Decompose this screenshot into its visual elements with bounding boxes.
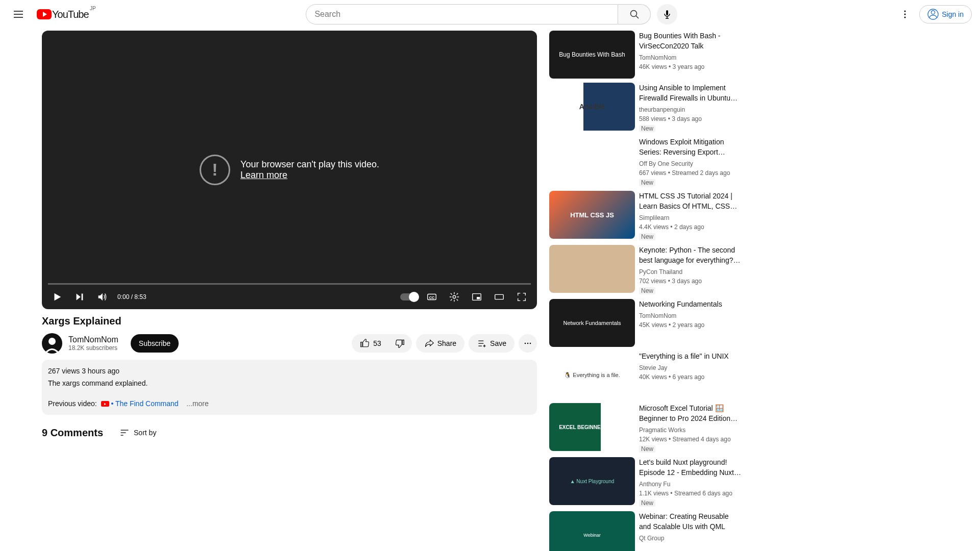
recommendation-info: HTML CSS JS Tutorial 2024 | Learn Basics… xyxy=(639,191,754,241)
hamburger-icon xyxy=(12,8,24,20)
search-box xyxy=(306,4,651,24)
miniplayer-icon xyxy=(471,291,482,303)
recommendation-item[interactable]: Webinar Webinar: Creating Reusable and S… xyxy=(549,511,754,551)
recommendation-item[interactable]: Network Fundamentals Networking Fundamen… xyxy=(549,299,754,347)
recommendation-title: Webinar: Creating Reusable and Scalable … xyxy=(639,511,742,532)
settings-button[interactable] xyxy=(895,4,915,24)
recommendation-channel: Simplilearn xyxy=(639,213,742,222)
recommendation-channel: TomNomNom xyxy=(639,53,742,62)
header-right: Sign in xyxy=(895,4,972,24)
recommendation-channel: Stevie Jay xyxy=(639,363,742,372)
new-badge: New xyxy=(639,125,655,132)
header: YouTube JP Sign in xyxy=(0,0,980,29)
recommendation-title: Using Ansible to Implement Firewalld Fir… xyxy=(639,83,742,103)
theater-icon xyxy=(494,291,505,303)
like-button[interactable]: 53 xyxy=(352,334,387,353)
recommendation-info: Webinar: Creating Reusable and Scalable … xyxy=(639,511,754,551)
fullscreen-button[interactable] xyxy=(512,288,531,306)
recommendation-thumbnail: Webinar xyxy=(549,511,635,551)
recommendation-info: Windows Exploit Mitigation Series: Rever… xyxy=(639,137,754,187)
error-text: Your browser can't play this video. Lear… xyxy=(240,159,379,181)
save-button[interactable]: Save xyxy=(469,334,514,353)
search-button[interactable] xyxy=(618,4,651,24)
recommendation-channel: Anthony Fu xyxy=(639,480,742,489)
search-input[interactable] xyxy=(306,4,618,24)
recommendation-thumbnail xyxy=(549,245,635,293)
settings-button-player[interactable] xyxy=(445,288,463,306)
recommendation-title: Microsoft Excel Tutorial 🪟 Beginner to P… xyxy=(639,403,742,423)
recommendation-title: Bug Bounties With Bash - VirSecCon2020 T… xyxy=(639,31,742,51)
recommendation-item[interactable]: Windows Exploit Mitigation Series: Rever… xyxy=(549,137,754,187)
header-center xyxy=(306,4,677,24)
sort-button[interactable]: Sort by xyxy=(119,428,156,438)
comments-count: 9 Comments xyxy=(42,427,103,439)
sort-label: Sort by xyxy=(134,429,156,437)
primary-column: ! Your browser can't play this video. Le… xyxy=(42,29,537,551)
video-player[interactable]: ! Your browser can't play this video. Le… xyxy=(42,31,537,309)
next-button[interactable] xyxy=(70,288,89,306)
svg-rect-12 xyxy=(477,297,480,299)
signin-button[interactable]: Sign in xyxy=(919,5,972,23)
error-message: Your browser can't play this video. xyxy=(240,159,379,170)
dislike-button[interactable] xyxy=(387,334,412,353)
sort-icon xyxy=(119,428,130,438)
cc-button[interactable]: CC xyxy=(423,288,441,306)
prev-video-link[interactable]: • The Find Command xyxy=(109,399,179,408)
subscribe-button[interactable]: Subscribe xyxy=(131,334,179,353)
kebab-icon xyxy=(899,8,911,20)
recommendation-item[interactable]: 🐧 Everything is a file. "Everything is a… xyxy=(549,351,754,399)
youtube-logo[interactable]: YouTube JP xyxy=(37,9,89,20)
channel-text: TomNomNom 18.2K subscribers xyxy=(68,335,118,352)
recommendation-item[interactable]: HTML CSS JS HTML CSS JS Tutorial 2024 | … xyxy=(549,191,754,241)
subscriber-count: 18.2K subscribers xyxy=(68,344,118,352)
content: ! Your browser can't play this video. Le… xyxy=(0,29,980,551)
recommendation-title: HTML CSS JS Tutorial 2024 | Learn Basics… xyxy=(639,191,742,211)
recommendation-thumbnail: HTML CSS JS xyxy=(549,191,635,239)
svg-point-0 xyxy=(630,11,636,17)
recommendation-info: Let's build Nuxt playground! Episode 12 … xyxy=(639,457,754,507)
description-more[interactable]: ...more xyxy=(186,399,209,408)
description-text: The xargs command explained. xyxy=(48,378,531,388)
svg-point-15 xyxy=(527,342,529,344)
fullscreen-icon xyxy=(516,291,527,303)
share-button[interactable]: Share xyxy=(416,334,464,353)
recommendation-info: Bug Bounties With Bash - VirSecCon2020 T… xyxy=(639,31,754,79)
recommendation-item[interactable]: Bug Bounties With Bash Bug Bounties With… xyxy=(549,31,754,79)
learn-more-link[interactable]: Learn more xyxy=(240,170,379,181)
recommendation-info: Keynote: Python - The second best langua… xyxy=(639,245,754,295)
search-icon xyxy=(628,8,641,20)
autoplay-toggle[interactable] xyxy=(400,293,419,300)
play-button[interactable] xyxy=(48,288,66,306)
thumbs-down-icon xyxy=(395,338,405,348)
progress-bar[interactable] xyxy=(48,283,531,285)
recommendation-info: Microsoft Excel Tutorial 🪟 Beginner to P… xyxy=(639,403,754,453)
channel-avatar[interactable] xyxy=(42,333,62,354)
voice-search-button[interactable] xyxy=(657,4,677,24)
channel-name[interactable]: TomNomNom xyxy=(68,335,118,344)
recommendation-item[interactable]: Ansible Using Ansible to Implement Firew… xyxy=(549,83,754,133)
recommendation-item[interactable]: ▲ Nuxt Playground Let's build Nuxt playg… xyxy=(549,457,754,507)
svg-point-6 xyxy=(932,11,935,14)
guide-button[interactable] xyxy=(8,4,29,24)
recommendation-title: Networking Fundamentals xyxy=(639,299,742,309)
player-controls: 0:00 / 8:53 CC xyxy=(42,285,537,309)
svg-rect-2 xyxy=(666,10,668,15)
more-actions-button[interactable] xyxy=(519,334,537,353)
recommendation-item[interactable]: Keynote: Python - The second best langua… xyxy=(549,245,754,295)
video-actions: 53 Share Save xyxy=(352,334,537,353)
volume-button[interactable] xyxy=(93,288,111,306)
recommendation-meta: 45K views • 2 years ago xyxy=(639,320,742,330)
save-icon xyxy=(477,338,487,348)
time-display: 0:00 / 8:53 xyxy=(117,293,146,300)
description-box[interactable]: 267 views 3 hours ago The xargs command … xyxy=(42,360,537,415)
recommendation-item[interactable]: EXCEL BEGINNER TO PRO Microsoft Excel Tu… xyxy=(549,403,754,453)
recommendation-title: Keynote: Python - The second best langua… xyxy=(639,245,742,265)
recommendation-meta: 40K views • 6 years ago xyxy=(639,372,742,382)
signin-label: Sign in xyxy=(942,10,964,18)
person-icon xyxy=(927,9,939,20)
recommendation-meta: 12K views • Streamed 4 days ago xyxy=(639,435,742,444)
theater-button[interactable] xyxy=(490,288,508,306)
miniplayer-button[interactable] xyxy=(468,288,486,306)
recommendation-thumbnail: Bug Bounties With Bash xyxy=(549,31,635,79)
svg-rect-13 xyxy=(495,294,504,299)
